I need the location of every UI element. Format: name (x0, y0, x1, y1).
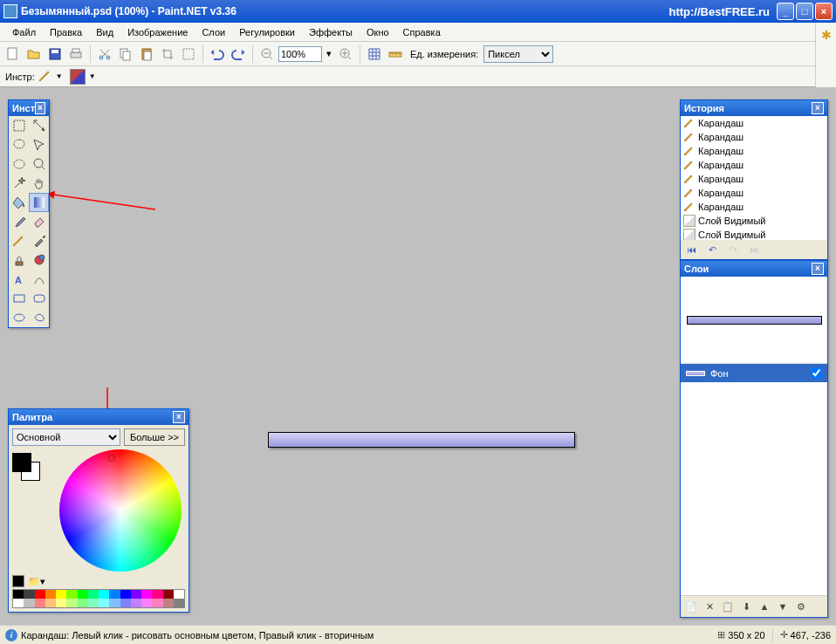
tool-dropdown-icon[interactable]: ▼ (56, 72, 63, 80)
history-item[interactable]: Карандаш (681, 144, 827, 158)
foreground-color[interactable] (12, 453, 31, 472)
duplicate-layer-button[interactable]: 📋 (720, 599, 736, 614)
menu-adjustments[interactable]: Регулировки (232, 25, 302, 39)
layer-visible-checkbox[interactable] (811, 367, 822, 379)
history-item[interactable]: Карандаш (681, 186, 827, 200)
star-icon[interactable]: ✱ (816, 23, 836, 42)
history-undo-button[interactable]: ↶ (704, 243, 720, 257)
units-select[interactable]: Пиксел (483, 45, 553, 63)
rect-select-tool[interactable] (9, 116, 29, 135)
tools-panel-close[interactable]: × (35, 102, 45, 114)
freeform-tool[interactable] (29, 308, 49, 327)
pencil-tool[interactable] (9, 231, 29, 250)
palette-swatches-strip[interactable] (12, 589, 185, 608)
add-layer-button[interactable]: 📄 (683, 599, 699, 614)
menu-help[interactable]: Справка (396, 25, 448, 39)
grid-button[interactable] (365, 45, 384, 64)
history-redo-button[interactable]: ↷ (725, 243, 741, 257)
history-item[interactable]: Карандаш (681, 158, 827, 172)
history-item[interactable]: Карандаш (681, 130, 827, 144)
palette-panel-close[interactable]: × (173, 411, 185, 423)
delete-layer-button[interactable]: ✕ (702, 599, 717, 614)
line-tool[interactable] (29, 270, 49, 289)
palette-mode-select[interactable]: Основной (12, 428, 120, 446)
merge-layer-button[interactable]: ⬇ (738, 599, 754, 614)
layer-row[interactable]: Фон (681, 364, 827, 382)
history-item[interactable]: Карандаш (681, 200, 827, 214)
ruler-button[interactable] (386, 45, 405, 64)
maximize-button[interactable]: □ (796, 3, 813, 20)
color-swatch-button[interactable] (70, 69, 86, 85)
menu-edit[interactable]: Правка (43, 25, 89, 39)
layers-list[interactable]: Фон (681, 277, 827, 595)
color-swatches[interactable] (12, 453, 44, 484)
crop-button[interactable] (158, 45, 177, 64)
paintbrush-tool[interactable] (9, 212, 29, 231)
move-layer-up-button[interactable]: ▲ (757, 599, 772, 614)
paint-bucket-tool[interactable] (9, 193, 29, 212)
menu-view[interactable]: Вид (89, 25, 120, 39)
magic-wand-tool[interactable] (9, 174, 29, 193)
new-button[interactable] (3, 45, 23, 64)
palette-more-button[interactable]: Больше >> (124, 428, 185, 446)
redo-button[interactable] (229, 45, 248, 64)
menu-effects[interactable]: Эффекты (302, 25, 360, 39)
print-button[interactable] (66, 45, 86, 64)
history-rewind-button[interactable]: ⏮ (683, 243, 699, 257)
copy-button[interactable] (116, 45, 135, 64)
lasso-tool[interactable] (9, 135, 29, 154)
history-item[interactable]: Слой Видимый (681, 228, 827, 240)
color-picker-tool[interactable] (29, 231, 49, 250)
move-selection-tool[interactable] (29, 116, 49, 135)
menu-window[interactable]: Окно (360, 25, 396, 39)
save-button[interactable] (45, 45, 65, 64)
move-layer-down-button[interactable]: ▼ (775, 599, 791, 614)
color-wheel[interactable] (59, 449, 182, 572)
rectangle-tool[interactable] (9, 289, 29, 308)
zoom-input[interactable] (278, 46, 322, 62)
menu-file[interactable]: Файл (5, 25, 43, 39)
ellipse-select-tool[interactable] (9, 154, 29, 174)
minimize-button[interactable]: _ (777, 3, 794, 20)
zoom-tool[interactable] (29, 154, 49, 174)
history-item[interactable]: Карандаш (681, 116, 827, 130)
eraser-tool[interactable] (29, 212, 49, 231)
rounded-rect-tool[interactable] (29, 289, 49, 308)
recolor-tool[interactable] (29, 250, 49, 270)
layers-panel-title[interactable]: Слои × (681, 261, 827, 277)
zoom-in-button[interactable] (336, 45, 355, 64)
pan-tool[interactable] (29, 174, 49, 193)
current-tool-button[interactable] (38, 69, 52, 85)
undo-button[interactable] (208, 45, 227, 64)
mini-swatch[interactable] (12, 575, 24, 587)
svg-rect-10 (144, 51, 151, 60)
layer-thumbnail[interactable] (681, 277, 827, 364)
history-panel-close[interactable]: × (812, 102, 824, 114)
history-forward-button[interactable]: ⏭ (746, 243, 762, 257)
layers-panel-close[interactable]: × (812, 263, 824, 275)
move-tool[interactable] (29, 135, 49, 154)
deselect-button[interactable] (179, 45, 198, 64)
paste-button[interactable] (137, 45, 156, 64)
history-item[interactable]: Слой Видимый (681, 214, 827, 228)
gradient-tool[interactable] (29, 193, 49, 212)
layer-properties-button[interactable]: ⚙ (793, 599, 809, 614)
swatch-dropdown-icon[interactable]: ▼ (89, 72, 96, 80)
tools-panel-title[interactable]: Инст × (9, 100, 49, 116)
history-item[interactable]: Карандаш (681, 172, 827, 186)
cut-button[interactable] (95, 45, 114, 64)
canvas-content[interactable] (268, 432, 575, 448)
menu-image[interactable]: Изображение (120, 25, 195, 39)
text-tool[interactable]: A (9, 270, 29, 289)
history-panel-title[interactable]: История × (681, 100, 827, 116)
zoom-out-button[interactable] (257, 45, 277, 64)
palette-options-button[interactable]: 📁▾ (28, 576, 45, 587)
ellipse-tool[interactable] (9, 308, 29, 327)
open-button[interactable] (24, 45, 44, 64)
palette-panel-title[interactable]: Палитра × (9, 409, 188, 425)
zoom-dropdown[interactable]: ▾ (324, 45, 334, 64)
menu-layers[interactable]: Слои (195, 25, 232, 39)
clone-stamp-tool[interactable] (9, 250, 29, 270)
close-button[interactable]: × (815, 3, 833, 20)
history-list[interactable]: Карандаш Карандаш Карандаш Карандаш Кара… (681, 116, 827, 240)
